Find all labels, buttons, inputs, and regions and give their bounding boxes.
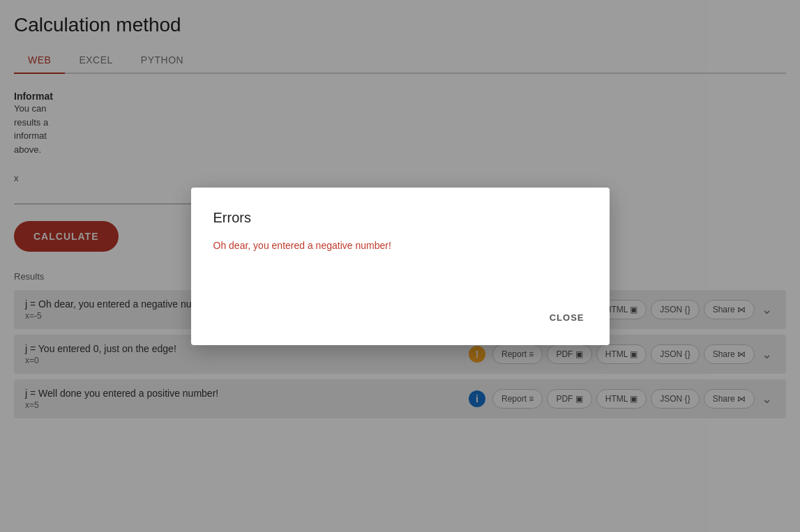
dialog-close-button[interactable]: CLOSE — [547, 307, 587, 328]
error-dialog: Errors Oh dear, you entered a negative n… — [191, 188, 610, 345]
error-dialog-overlay[interactable]: Errors Oh dear, you entered a negative n… — [0, 0, 800, 532]
dialog-title: Errors — [213, 210, 587, 226]
dialog-footer: CLOSE — [213, 307, 587, 328]
dialog-error-message: Oh dear, you entered a negative number! — [213, 240, 587, 251]
